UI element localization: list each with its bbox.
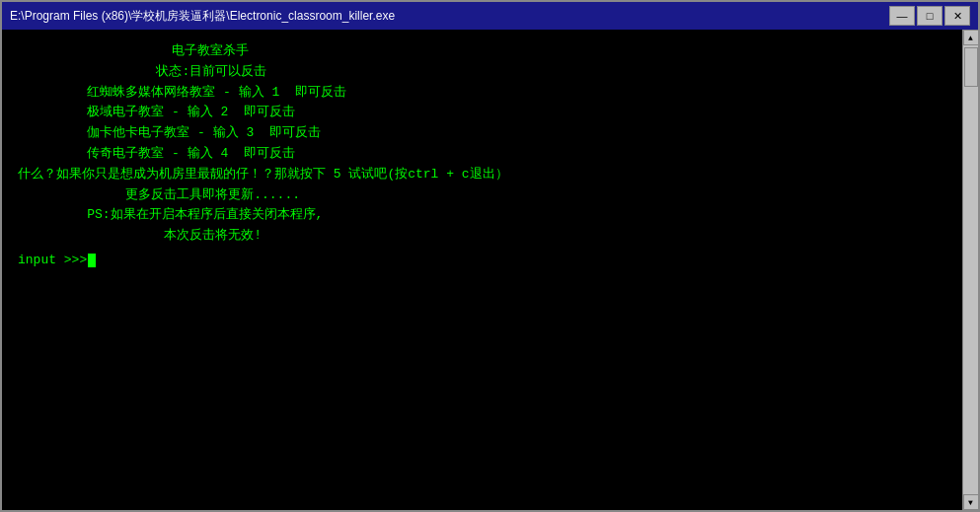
window-controls: — □ ✕ xyxy=(889,6,970,26)
console-line: 电子教室杀手 xyxy=(18,41,946,62)
console-line: 更多反击工具即将更新...... xyxy=(18,185,946,206)
scrollbar-track: ▲ ▼ xyxy=(962,30,978,510)
console-line: 伽卡他卡电子教室 - 输入 3 即可反击 xyxy=(18,123,946,144)
console-line: 传奇电子教室 - 输入 4 即可反击 xyxy=(18,144,946,165)
input-line[interactable]: input >>> xyxy=(18,251,946,271)
console-line: 本次反击将无效! xyxy=(18,226,946,247)
console-line: PS:如果在开启本程序后直接关闭本程序, xyxy=(18,205,946,226)
close-button[interactable]: ✕ xyxy=(944,6,970,26)
maximize-button[interactable]: □ xyxy=(917,6,942,26)
console-output[interactable]: 电子教室杀手 状态:目前可以反击 红蜘蛛多媒体网络教室 - 输入 1 即可反击 … xyxy=(2,30,962,510)
cursor-blink xyxy=(88,254,96,267)
console-line: 极域电子教室 - 输入 2 即可反击 xyxy=(18,103,946,123)
input-prefix: input >>> xyxy=(18,251,87,271)
scroll-up-button[interactable]: ▲ xyxy=(963,30,979,45)
console-line: 什么？如果你只是想成为机房里最靓的仔！？那就按下 5 试试吧(按ctrl + c… xyxy=(18,165,946,185)
scroll-down-button[interactable]: ▼ xyxy=(963,494,979,510)
window-title: E:\Program Files (x86)\学校机房装逼利器\Electron… xyxy=(10,8,395,25)
title-bar: E:\Program Files (x86)\学校机房装逼利器\Electron… xyxy=(2,2,978,30)
minimize-button[interactable]: — xyxy=(889,6,915,26)
console-line: 状态:目前可以反击 xyxy=(18,62,946,83)
console-area: 电子教室杀手 状态:目前可以反击 红蜘蛛多媒体网络教室 - 输入 1 即可反击 … xyxy=(2,30,978,510)
console-line: 红蜘蛛多媒体网络教室 - 输入 1 即可反击 xyxy=(18,83,946,104)
main-window: E:\Program Files (x86)\学校机房装逼利器\Electron… xyxy=(0,0,980,512)
scrollbar-thumb[interactable] xyxy=(964,47,978,87)
